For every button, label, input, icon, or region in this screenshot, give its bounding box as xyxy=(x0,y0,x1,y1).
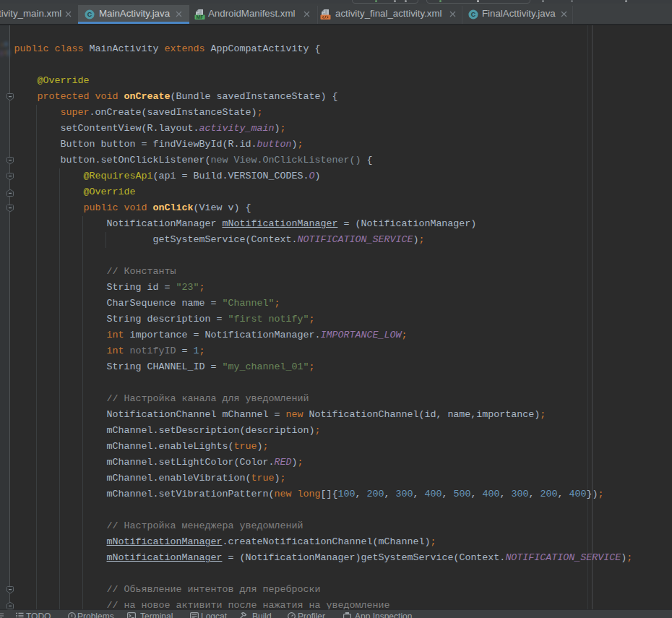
svg-text:C: C xyxy=(471,11,476,18)
svg-text:MF: MF xyxy=(197,14,204,20)
svg-text:C: C xyxy=(87,11,92,18)
